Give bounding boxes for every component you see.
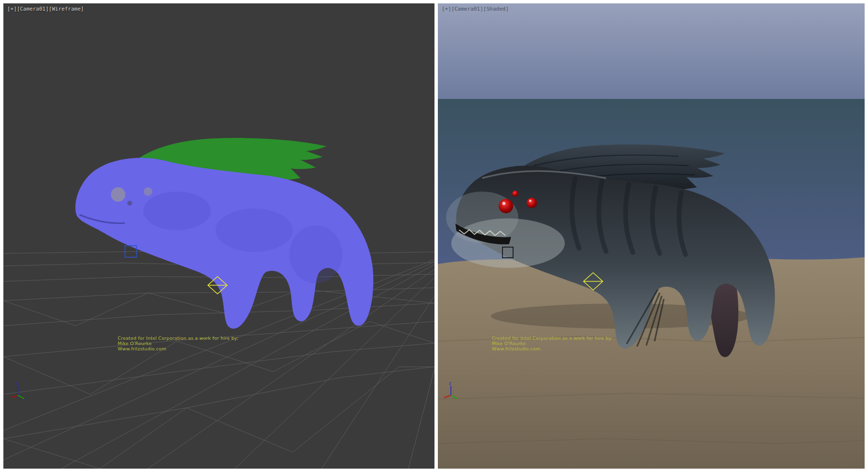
credit-line: Mike O'Rourke [492,341,612,346]
axis-z-label: z [449,381,451,386]
wireframe-scene: z [3,3,434,469]
world-axis-tripod: z [11,381,24,399]
viewport-general-menu-button[interactable]: [+] [442,6,451,12]
wire-shading-patch [216,208,293,252]
fish-eye [499,199,513,213]
axis-z-label: z [16,381,18,386]
wire-shading-patch [289,225,342,283]
viewport-label: [+][Camera01][Shaded] [442,6,509,12]
fish-eye [527,198,537,208]
eye-specular [502,202,505,205]
eye-specular [529,200,531,202]
scene-credit-text: Created for Intel Corporation as a work … [492,335,612,352]
viewport-shading-menu-button[interactable]: [Shaded] [483,6,509,12]
viewport-wireframe[interactable]: [+][Camera01][Wireframe] [3,3,434,469]
sky-background [438,3,865,100]
dual-viewport-area: [+][Camera01][Wireframe] [0,0,868,472]
viewport-pov-menu-button[interactable]: [Camera01] [451,6,483,12]
fish-eye [111,187,125,202]
credit-line: Mike O'Rourke [118,341,238,346]
fish-model-wireframe[interactable] [75,138,373,329]
credit-line: Created for Intel Corporation as a work … [118,335,238,341]
fish-eye-spot [144,187,152,196]
viewport-general-menu-button[interactable]: [+] [7,6,17,12]
credit-line: Www.frilzstudio.com [492,346,612,351]
shaded-scene: z [438,3,865,469]
viewport-shaded[interactable]: [+][Camera01][Shaded] [438,3,865,469]
viewport-label: [+][Camera01][Wireframe] [7,6,84,12]
scene-credit-text: Created for Intel Corporation as a work … [118,335,238,352]
wire-shading-patch [143,192,211,230]
credit-line: Www.frilzstudio.com [118,346,238,351]
viewport-shading-menu-button[interactable]: [Wireframe] [49,6,84,12]
fish-eye-small [512,191,518,197]
fish-eye-dot [127,201,132,206]
credit-line: Created for Intel Corporation as a work … [492,335,612,341]
viewport-pov-menu-button[interactable]: [Camera01] [17,6,49,12]
